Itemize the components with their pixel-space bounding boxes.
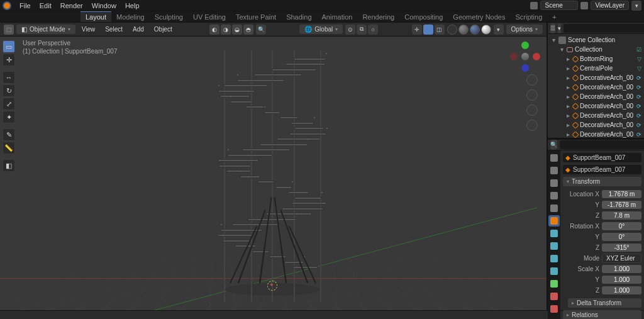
link-icon[interactable]: ⟳ <box>636 75 641 81</box>
gizmo-neg-x[interactable] <box>510 53 518 60</box>
prop-tab-viewlayer[interactable] <box>548 177 560 189</box>
prop-tab-physics[interactable] <box>548 253 560 264</box>
link-icon[interactable]: ⟳ <box>636 132 641 138</box>
prop-tab-mesh[interactable] <box>548 278 560 289</box>
rotation-x-field[interactable]: 0° <box>602 222 641 230</box>
zoom-icon[interactable] <box>526 74 538 86</box>
outliner-tree[interactable]: ▾ Scene Collection ▾ Collection ☑ ▸Botto… <box>548 34 644 138</box>
workspace-tab-modeling[interactable]: Modeling <box>111 11 150 22</box>
prop-tab-constraints[interactable] <box>548 266 560 277</box>
viewport-menu-add[interactable]: Add <box>129 25 148 34</box>
menu-file[interactable]: File <box>15 2 35 9</box>
proportional-edit-icon[interactable]: ○ <box>368 25 378 35</box>
shading-wireframe-icon[interactable] <box>447 25 457 35</box>
matcap-selector[interactable]: ◐ ◑ ◒ ◓ <box>209 25 253 35</box>
tool-move[interactable]: ↔ <box>3 71 15 84</box>
mesh-data-icon[interactable]: ▽ <box>637 65 641 72</box>
tool-scale[interactable]: ⤢ <box>3 98 15 110</box>
rotation-mode-dropdown[interactable]: XYZ Euler <box>602 254 641 263</box>
prop-tab-material[interactable] <box>548 291 560 302</box>
delta-transform-header[interactable]: Delta Transform <box>568 298 641 308</box>
search-icon[interactable]: 🔍 <box>256 25 266 35</box>
prop-tab-scene[interactable] <box>548 190 560 201</box>
workspace-tab-uv-editing[interactable]: UV Editing <box>188 11 231 22</box>
properties-section-header[interactable]: Relations <box>563 310 641 319</box>
outliner-item[interactable]: ▸DecorativeArch_000⟳ <box>548 73 644 82</box>
outliner-item[interactable]: ▸DecorativeArch_003⟳ <box>548 101 644 111</box>
viewport-options-button[interactable]: Options ▾ <box>506 25 543 34</box>
gizmo-center[interactable] <box>521 53 529 60</box>
snap-icon[interactable]: ⧉ <box>357 25 367 35</box>
outliner-display-mode-icon[interactable]: ▾ <box>558 23 561 33</box>
outliner-item[interactable]: ▸DecorativeArch_002⟳ <box>548 92 644 101</box>
menu-help[interactable]: Help <box>121 2 144 9</box>
outliner-scene-collection[interactable]: ▾ Scene Collection <box>548 35 644 45</box>
outliner-item[interactable]: ▸BottomRing▽ <box>548 54 644 64</box>
outliner-item[interactable]: ▸DecorativeArch_005⟳ <box>548 120 644 130</box>
prop-tab-modifiers[interactable] <box>548 228 560 239</box>
prop-tab-object[interactable] <box>548 215 560 227</box>
camera-icon[interactable] <box>526 104 538 116</box>
gizmo-toggle-icon[interactable]: ✛ <box>412 25 422 35</box>
scale-z-field[interactable]: 1.000 <box>602 286 641 294</box>
shading-options-chevron-icon[interactable]: ▾ <box>494 25 504 35</box>
collection-checkbox-icon[interactable]: ☑ <box>636 47 641 53</box>
link-icon[interactable]: ⟳ <box>636 103 641 109</box>
outliner-item[interactable]: ▸DecorativeArch_001⟳ <box>548 82 644 92</box>
viewlayer-name-field[interactable]: ViewLayer <box>591 1 629 10</box>
outliner-search-input[interactable] <box>564 24 644 33</box>
workspace-tab-scripting[interactable]: Scripting <box>510 11 547 22</box>
location-x-field[interactable]: 1.7678 m <box>602 190 641 198</box>
ortho-perspective-icon[interactable] <box>526 120 538 131</box>
spiral-staircase-object[interactable] <box>219 50 326 302</box>
menu-render[interactable]: Render <box>56 2 87 9</box>
tool-transform[interactable]: ✦ <box>3 111 15 123</box>
outliner-search2-input[interactable] <box>560 140 644 149</box>
filter-icon[interactable]: ▾ <box>631 1 641 11</box>
scene-selector-icon[interactable] <box>530 2 538 9</box>
tool-measure[interactable]: 📏 <box>3 142 15 154</box>
scene-name-field[interactable]: Scene <box>540 1 578 10</box>
prop-tab-output[interactable] <box>548 165 560 176</box>
workspace-tab-animation[interactable]: Animation <box>317 11 358 22</box>
gizmo-x[interactable] <box>533 53 540 60</box>
tool-select-box[interactable]: ▭ <box>3 40 15 53</box>
workspace-tab-texture-paint[interactable]: Texture Paint <box>231 11 281 22</box>
orientation-dropdown[interactable]: 🌐 Global ▾ <box>299 25 343 34</box>
navigation-gizmo[interactable] <box>510 42 540 72</box>
location-z-field[interactable]: 7.8 m <box>602 211 641 220</box>
prop-tab-render[interactable] <box>548 152 560 164</box>
prop-tab-texture[interactable] <box>548 303 560 315</box>
gizmo-y[interactable] <box>521 42 529 49</box>
link-icon[interactable]: ⟳ <box>636 94 641 100</box>
workspace-add-button[interactable]: + <box>547 13 561 21</box>
interaction-mode-dropdown[interactable]: ◧ Object Mode ▾ <box>16 25 75 34</box>
outliner-item[interactable]: ▸DecorativeArch_006⟳ <box>548 130 644 138</box>
pan-icon[interactable] <box>526 89 538 101</box>
shading-material-icon[interactable] <box>470 25 480 35</box>
outliner-search2-icon[interactable]: 🔍 <box>550 140 557 150</box>
location-y-field[interactable]: -1.7678 m <box>602 201 641 209</box>
properties-object-name[interactable]: ◆ SupportBeam_007 <box>563 165 641 174</box>
overlays-toggle-icon[interactable] <box>423 25 433 35</box>
viewport-menu-object[interactable]: Object <box>150 25 176 34</box>
outliner-collection[interactable]: ▾ Collection ☑ <box>548 45 644 54</box>
workspace-tab-shading[interactable]: Shading <box>281 11 316 22</box>
viewport-menu-view[interactable]: View <box>78 25 99 34</box>
workspace-tab-compositing[interactable]: Compositing <box>399 11 448 22</box>
workspace-tab-geometry-nodes[interactable]: Geometry Nodes <box>448 11 510 22</box>
outliner-item[interactable]: ▸DecorativeArch_004⟳ <box>548 111 644 120</box>
viewport-menu-select[interactable]: Select <box>101 25 126 34</box>
outliner-editor-icon[interactable]: ☰ <box>550 23 555 33</box>
shading-rendered-icon[interactable] <box>481 25 491 35</box>
shading-solid-icon[interactable] <box>458 25 469 35</box>
workspace-tab-layout[interactable]: Layout <box>80 11 111 22</box>
link-icon[interactable]: ⟳ <box>636 84 641 91</box>
prop-tab-particles[interactable] <box>548 240 560 252</box>
tool-add-primitive[interactable]: ◧ <box>3 159 15 172</box>
3d-viewport[interactable]: User Perspective (1) Collection | Suppor… <box>0 36 547 310</box>
menu-window[interactable]: Window <box>87 2 121 9</box>
tool-rotate[interactable]: ↻ <box>3 84 15 97</box>
editor-type-icon[interactable]: ⬚ <box>4 25 14 35</box>
transform-section-header[interactable]: Transform <box>563 177 641 186</box>
